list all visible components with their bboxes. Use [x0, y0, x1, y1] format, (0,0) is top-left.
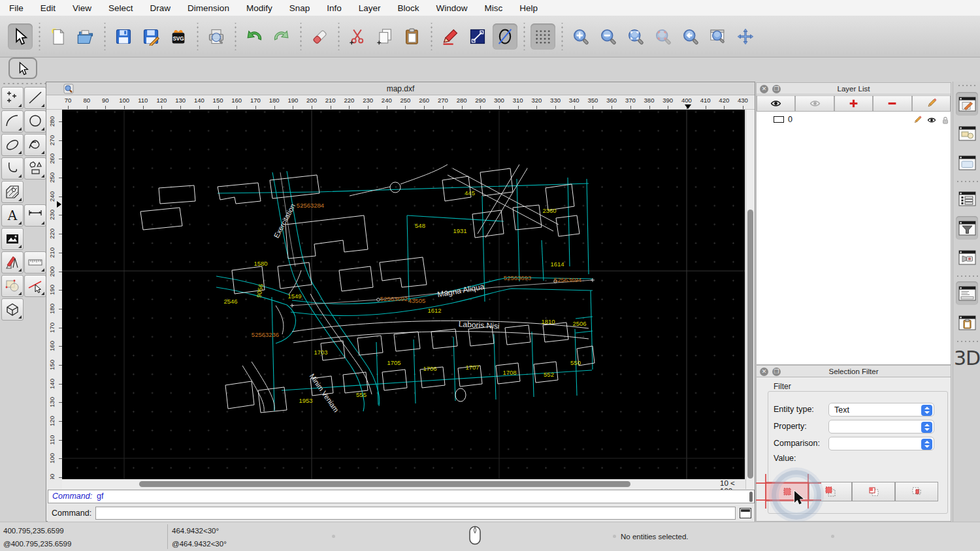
arc-tools-button[interactable]	[1, 110, 24, 133]
layer-row[interactable]: 0	[757, 114, 951, 127]
line-segment-mode-button[interactable]	[465, 24, 490, 50]
zoom-out-button[interactable]	[596, 24, 621, 50]
save-as-button[interactable]	[139, 24, 163, 50]
dimension-tools-button[interactable]	[24, 204, 46, 227]
selection-pointer-button[interactable]	[8, 24, 33, 50]
line-tools-button[interactable]	[24, 87, 46, 109]
layer-lock-icon[interactable]	[941, 116, 950, 125]
open-document-button[interactable]	[73, 24, 98, 50]
new-document-button[interactable]	[46, 24, 71, 50]
zoom-in-button[interactable]	[568, 24, 593, 50]
select-stepper-icon[interactable]	[921, 422, 932, 433]
zoom-to-selection-button[interactable]	[651, 24, 676, 50]
canvas-horizontal-scrollbar[interactable]	[62, 480, 720, 489]
command-input[interactable]	[95, 507, 736, 520]
view-list-toggle-icon	[958, 155, 976, 171]
horizontal-scroll-thumb[interactable]	[139, 481, 630, 487]
zoom-window-button[interactable]	[706, 24, 730, 50]
menu-edit[interactable]: Edit	[41, 3, 56, 13]
filter-field-select[interactable]: Text	[828, 403, 934, 417]
menu-file[interactable]: File	[9, 3, 24, 13]
filter-field-select[interactable]	[828, 437, 934, 450]
add-layer-button[interactable]	[834, 95, 873, 112]
dock-separator	[956, 340, 978, 343]
point-tools-button[interactable]	[1, 87, 24, 109]
draw-mode-button[interactable]	[438, 24, 463, 50]
library-browser-toggle-button[interactable]	[956, 245, 978, 269]
intersect-with-selection-button[interactable]	[895, 482, 938, 501]
shape-tools-button[interactable]	[24, 157, 46, 180]
grid-toggle-button[interactable]	[531, 24, 555, 50]
view-list-toggle-button[interactable]	[956, 151, 978, 174]
menu-help[interactable]: Help	[519, 3, 538, 13]
menu-window[interactable]: Window	[436, 3, 468, 13]
image-tools-button[interactable]	[1, 228, 24, 250]
hruler-tick	[443, 106, 444, 109]
auto-zoom-button[interactable]	[623, 24, 648, 50]
menu-draw[interactable]: Draw	[150, 3, 171, 13]
property-editor-toggle-button[interactable]	[956, 92, 978, 116]
print-preview-button[interactable]	[204, 24, 229, 50]
menu-info[interactable]: Info	[327, 3, 342, 13]
document-titlebar[interactable]: map.dxf	[46, 82, 755, 95]
pan-button[interactable]	[733, 24, 758, 50]
filter-field-row: Entity type:Text	[757, 403, 951, 417]
parcel-number-label: 1614	[550, 260, 564, 268]
edit-layer-button[interactable]	[912, 95, 951, 112]
select-stepper-icon[interactable]	[921, 405, 932, 416]
show-all-layers-button[interactable]	[757, 95, 795, 112]
layer-list-toggle-button[interactable]	[956, 187, 978, 210]
polyline-tools-button[interactable]	[1, 157, 24, 180]
command-line-toggle-button[interactable]	[956, 281, 978, 305]
delete-entities-button[interactable]	[307, 24, 332, 50]
redo-button[interactable]	[269, 24, 294, 50]
menu-dimension[interactable]: Dimension	[188, 3, 229, 13]
menu-block[interactable]: Block	[398, 3, 419, 13]
cut-button[interactable]	[345, 24, 370, 50]
undo-button[interactable]	[242, 24, 267, 50]
text-tools-button[interactable]	[1, 204, 24, 227]
history-scroll-thumb[interactable]	[749, 492, 753, 502]
remove-from-selection-button[interactable]	[852, 482, 895, 501]
select-stepper-icon[interactable]	[921, 439, 932, 450]
dock-handle	[957, 84, 977, 87]
hruler-label: 270	[434, 97, 451, 104]
trim-tools-button[interactable]	[24, 275, 46, 297]
drafting-tools-button[interactable]	[1, 251, 24, 274]
drawing-canvas[interactable]: 4452360548193116141580254615491612181025…	[62, 110, 745, 479]
layer-visibility-icon[interactable]	[927, 116, 936, 125]
selection-pointer-secondary-button[interactable]	[8, 57, 37, 79]
construction-mode-button[interactable]	[493, 24, 517, 50]
menu-select[interactable]: Select	[108, 3, 133, 13]
vertical-scroll-thumb[interactable]	[747, 210, 753, 479]
solid-3d-tools-button[interactable]	[1, 298, 24, 321]
remove-layer-button[interactable]	[873, 95, 911, 112]
hide-all-layers-button[interactable]	[795, 95, 834, 112]
spline-tools-button[interactable]	[24, 134, 46, 156]
measure-tools-button[interactable]	[24, 251, 46, 274]
menu-layer[interactable]: Layer	[359, 3, 381, 13]
menu-snap[interactable]: Snap	[289, 3, 310, 13]
clipboard-panel-toggle-button[interactable]	[956, 311, 978, 334]
command-options-button[interactable]	[740, 508, 751, 518]
svg-export-button[interactable]	[166, 24, 191, 50]
ellipse-tools-button[interactable]	[1, 134, 24, 156]
tool-palette	[1, 87, 47, 321]
canvas-vertical-scrollbar[interactable]	[745, 110, 755, 489]
filter-panel-titlebar: ✕ ❐ Selection Filter	[756, 365, 951, 377]
copy-button[interactable]	[372, 24, 397, 50]
edit-layer-icon[interactable]	[913, 116, 922, 125]
hruler-tick	[462, 106, 463, 109]
modify-tools-button[interactable]	[1, 275, 24, 297]
menu-view[interactable]: View	[73, 3, 91, 13]
filter-field-select[interactable]	[828, 420, 934, 433]
hatch-tools-button[interactable]	[1, 181, 24, 203]
circle-tools-button[interactable]	[24, 110, 46, 133]
menu-modify[interactable]: Modify	[246, 3, 272, 13]
paste-button[interactable]	[400, 24, 425, 50]
save-button[interactable]	[111, 24, 136, 50]
menu-misc[interactable]: Misc	[485, 3, 503, 13]
selection-filter-toggle-button[interactable]	[956, 216, 978, 240]
previous-view-button[interactable]	[678, 24, 703, 50]
block-list-toggle-button[interactable]	[956, 121, 978, 145]
